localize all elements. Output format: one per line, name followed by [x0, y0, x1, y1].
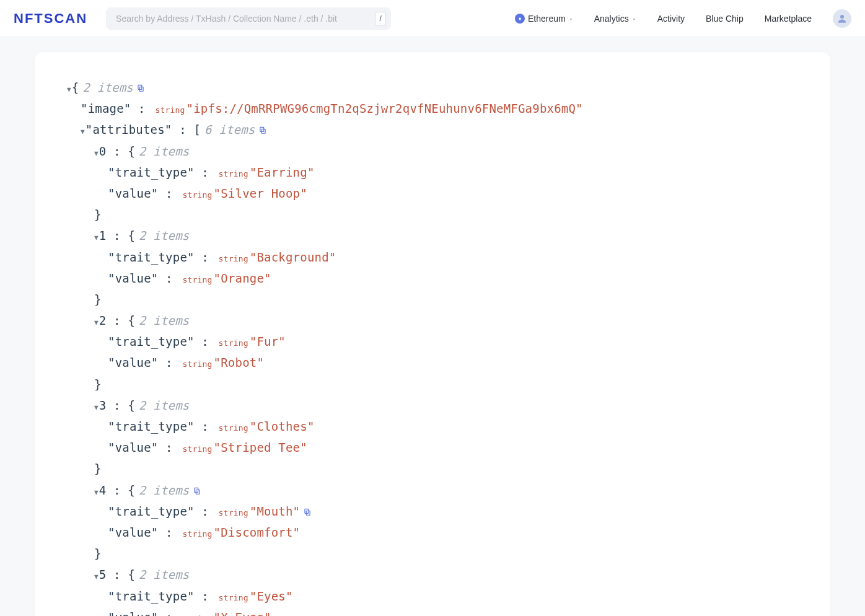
- json-attr-item-open: ▼1 : {2 items: [59, 225, 806, 246]
- nav-analytics[interactable]: Analytics ⌄: [594, 14, 636, 24]
- json-attr-item-open: ▼3 : {2 items: [59, 395, 806, 416]
- json-attr-item-close: }: [59, 458, 806, 479]
- json-attr-item-open: ▼2 : {2 items: [59, 310, 806, 331]
- copy-icon[interactable]: [193, 486, 201, 495]
- app-header: NFTSCAN / ♦ Ethereum ⌄ Analytics ⌄ Activ…: [0, 0, 865, 37]
- json-trait-type-row: "trait_type" : string"Eyes": [59, 586, 806, 607]
- item-count: 2 items: [139, 144, 189, 158]
- search-input[interactable]: [106, 7, 391, 30]
- json-value-row: "value" : string"Silver Hoop": [59, 183, 806, 204]
- json-value-value[interactable]: "Orange": [214, 271, 271, 285]
- json-trait-type-value[interactable]: "Eyes": [250, 589, 293, 603]
- toggle-arrow[interactable]: ▼: [94, 402, 99, 414]
- json-trait-type-row: "trait_type" : string"Mouth": [59, 501, 806, 522]
- json-value-value[interactable]: "X Eyes": [214, 610, 271, 616]
- toggle-arrow[interactable]: ▼: [94, 486, 99, 499]
- toggle-arrow[interactable]: ▼: [67, 84, 71, 96]
- copy-icon[interactable]: [303, 508, 312, 516]
- json-viewer-panel: ▼{2 items"image" : string"ipfs://QmRRPWG…: [35, 52, 830, 616]
- json-trait-type-value[interactable]: "Earring": [250, 165, 315, 179]
- json-attr-item-close: }: [59, 543, 806, 564]
- copy-icon[interactable]: [136, 84, 145, 92]
- json-value-row: "value" : string"X Eyes": [59, 607, 806, 616]
- toggle-arrow[interactable]: ▼: [94, 147, 99, 160]
- nav-chain-label: Ethereum: [528, 14, 566, 24]
- item-count: 2 items: [139, 229, 189, 242]
- profile-avatar[interactable]: [833, 9, 851, 28]
- json-attributes-open: ▼"attributes" : [6 items: [59, 119, 806, 140]
- nav-bluechip[interactable]: Blue Chip: [706, 14, 744, 24]
- json-trait-type-row: "trait_type" : string"Earring": [59, 162, 806, 183]
- item-count: 2 items: [139, 314, 189, 327]
- json-attr-item-close: }: [59, 204, 806, 225]
- item-count: 2 items: [139, 398, 189, 412]
- json-value-value[interactable]: "Discomfort": [214, 526, 301, 539]
- json-value-row: "value" : string"Robot": [59, 352, 806, 373]
- json-image-row: "image" : string"ipfs://QmRRPWG96cmgTn2q…: [59, 98, 806, 119]
- json-attr-item-open: ▼4 : {2 items: [59, 480, 806, 501]
- user-icon: [836, 13, 848, 24]
- item-count: 6 items: [204, 123, 255, 136]
- nav-analytics-label: Analytics: [594, 14, 629, 24]
- json-attr-item-close: }: [59, 289, 806, 310]
- toggle-arrow[interactable]: ▼: [81, 126, 85, 138]
- json-value-row: "value" : string"Discomfort": [59, 522, 806, 543]
- nav-chain-selector[interactable]: ♦ Ethereum ⌄: [515, 14, 573, 24]
- chevron-down-icon: ⌄: [632, 15, 636, 21]
- item-count: 2 items: [139, 568, 189, 581]
- json-root-open: ▼{2 items: [59, 77, 806, 98]
- json-trait-type-value[interactable]: "Fur": [250, 335, 286, 348]
- json-trait-type-value[interactable]: "Mouth": [250, 504, 300, 518]
- json-trait-type-value[interactable]: "Background": [250, 250, 336, 264]
- toggle-arrow[interactable]: ▼: [94, 317, 99, 329]
- search-slash-hint: /: [375, 12, 386, 25]
- nav-bar: ♦ Ethereum ⌄ Analytics ⌄ Activity Blue C…: [515, 9, 851, 28]
- item-count: 2 items: [82, 81, 133, 94]
- json-value-value[interactable]: "Striped Tee": [214, 441, 307, 454]
- nav-activity[interactable]: Activity: [657, 14, 685, 24]
- copy-icon[interactable]: [258, 126, 267, 134]
- json-trait-type-row: "trait_type" : string"Background": [59, 247, 806, 268]
- toggle-arrow[interactable]: ▼: [94, 232, 99, 244]
- svg-point-0: [840, 15, 844, 19]
- search-wrap: /: [106, 7, 391, 30]
- json-value-row: "value" : string"Orange": [59, 268, 806, 289]
- json-value-value[interactable]: "Robot": [214, 356, 264, 369]
- json-attr-item-open: ▼5 : {2 items: [59, 564, 806, 585]
- json-value-value[interactable]: "Silver Hoop": [214, 187, 307, 200]
- chevron-down-icon: ⌄: [569, 15, 573, 21]
- ethereum-icon: ♦: [515, 14, 525, 24]
- item-count: 2 items: [139, 483, 189, 497]
- logo[interactable]: NFTSCAN: [14, 11, 87, 27]
- json-trait-type-row: "trait_type" : string"Fur": [59, 331, 806, 352]
- json-trait-type-row: "trait_type" : string"Clothes": [59, 416, 806, 437]
- json-attr-item-close: }: [59, 374, 806, 395]
- json-trait-type-value[interactable]: "Clothes": [250, 420, 315, 433]
- json-value-row: "value" : string"Striped Tee": [59, 437, 806, 458]
- toggle-arrow[interactable]: ▼: [94, 571, 99, 583]
- json-attr-item-open: ▼0 : {2 items: [59, 141, 806, 162]
- json-image-value[interactable]: "ipfs://QmRRPWG96cmgTn2qSzjwr2qvfNEuhunv…: [187, 102, 583, 115]
- nav-marketplace[interactable]: Marketplace: [765, 14, 812, 24]
